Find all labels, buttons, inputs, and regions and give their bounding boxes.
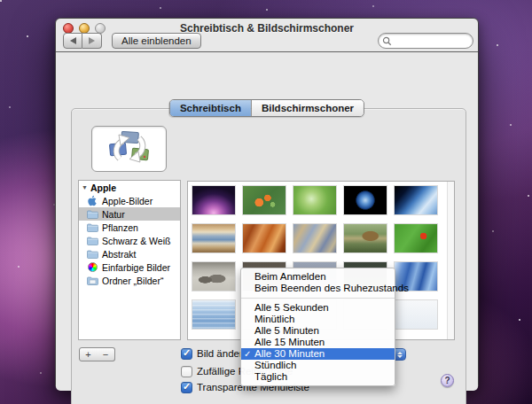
wallpaper-thumbnail-earth[interactable] — [344, 186, 387, 214]
menu-item-st-ndlich[interactable]: Stündlich — [241, 360, 395, 371]
folder-image-icon — [86, 276, 98, 285]
popup-menu: Beim AnmeldenBeim Beenden des Ruhezustan… — [240, 268, 395, 386]
menu-item-label: Beim Beenden des Ruhezustands — [254, 283, 409, 293]
sidebar-item-apple-bilder[interactable]: Apple-Bilder — [79, 194, 180, 207]
forward-arrow-icon — [89, 37, 95, 44]
menu-item-label: Alle 30 Minuten — [254, 348, 325, 359]
menu-item-label: Alle 5 Minuten — [254, 325, 319, 336]
search-icon — [382, 36, 392, 46]
tab-schreibtisch[interactable]: Schreibtisch — [170, 100, 251, 116]
preview-well — [91, 126, 167, 172]
menu-item-alle-15-minuten[interactable]: Alle 15 Minuten — [241, 337, 395, 348]
tab-bildschirmschoner[interactable]: Bildschirmschoner — [251, 100, 364, 116]
sidebar-item-label: Ordner „Bilder“ — [102, 276, 163, 286]
checkbox-zuf-llige-reihenfolge[interactable] — [181, 366, 192, 377]
back-button[interactable] — [63, 33, 82, 49]
menu-item-label: Täglich — [254, 371, 287, 382]
sidebar-item-abstrakt[interactable]: Abstrakt — [79, 247, 180, 260]
popup-button-cap[interactable] — [394, 348, 406, 361]
scrollbar-track[interactable] — [447, 182, 454, 339]
window-content: SchreibtischBildschirmschoner — [56, 52, 478, 391]
sidebar-item-pflanzen[interactable]: Pflanzen — [79, 221, 180, 234]
checkmark-icon: ✓ — [244, 348, 251, 360]
sidebar-item-label: Pflanzen — [102, 222, 138, 233]
sidebar-item-label: Einfarbige Bilder — [102, 262, 170, 273]
folder-icon — [86, 236, 98, 245]
checkbox-bild-ndern-[interactable]: ✓ — [181, 348, 192, 360]
remove-button[interactable]: − — [97, 347, 115, 361]
menu-separator — [241, 294, 395, 302]
show-all-button[interactable]: Alle einblenden — [112, 33, 201, 49]
nav-buttons — [63, 33, 102, 49]
menu-item-beim-anmelden[interactable]: Beim Anmelden — [241, 271, 395, 283]
menu-item-alle-5-sekunden[interactable]: Alle 5 Sekunden — [241, 302, 395, 314]
sidebar-item-schwarz-wei-[interactable]: Schwarz & Weiß — [79, 234, 180, 247]
disclosure-triangle-icon: ▼ — [82, 184, 88, 190]
sidebar-item-label: Natur — [102, 209, 125, 220]
popup-arrow-up-icon — [397, 352, 403, 354]
menu-item-alle-30-minuten[interactable]: ✓Alle 30 Minuten — [241, 348, 395, 360]
sidebar-item-natur[interactable]: Natur — [79, 207, 180, 221]
wallpaper-thumbnail-water-reflection[interactable] — [192, 300, 235, 329]
sidebar-group-apple[interactable]: ▼ Apple — [79, 181, 180, 194]
popup-arrow-down-icon — [397, 355, 403, 358]
tab-bar: SchreibtischBildschirmschoner — [169, 99, 364, 117]
wallpaper-thumbnail-earth-closeup[interactable] — [395, 186, 437, 214]
menu-item-label: Minütlich — [254, 314, 294, 324]
wallpaper-thumbnail-zen-stones[interactable] — [192, 262, 235, 291]
sidebar-item-einfarbige-bilder[interactable]: Einfarbige Bilder — [79, 260, 180, 274]
wallpaper-thumbnail-cloud-abstract[interactable] — [293, 224, 336, 252]
wallpaper-thumbnail-beach-abstract[interactable] — [192, 224, 235, 252]
menu-item-t-glich[interactable]: Täglich — [241, 371, 395, 383]
forward-button[interactable] — [82, 33, 102, 49]
add-button[interactable]: + — [79, 347, 98, 361]
menu-item-label: Stündlich — [254, 360, 296, 370]
checkbox-transparente-men-leiste[interactable]: ✓ — [181, 382, 192, 393]
window-titlebar: Schreibtisch & Bildschirmschoner Alle ei… — [56, 19, 478, 52]
wallpaper-thumbnail-pale[interactable] — [395, 300, 437, 329]
wallpaper-thumbnail-aurora[interactable] — [192, 186, 235, 214]
sidebar-group-label: Apple — [90, 183, 116, 193]
search-input[interactable] — [392, 35, 463, 47]
help-button[interactable]: ? — [441, 374, 454, 387]
folder-icon — [86, 222, 98, 232]
search-field[interactable] — [378, 33, 473, 49]
menu-item-label: Alle 15 Minuten — [254, 337, 325, 347]
folder-icon — [86, 209, 98, 219]
menu-item-min-tlich[interactable]: Minütlich — [241, 314, 395, 325]
wallpaper-thumbnail-fern-curl[interactable] — [293, 186, 336, 214]
folder-icon — [86, 249, 98, 259]
back-arrow-icon — [70, 37, 76, 44]
source-list: ▼ Apple Apple-BilderNaturPflanzenSchwarz… — [78, 180, 181, 340]
sidebar-item-label: Apple-Bilder — [102, 196, 153, 206]
checkmark-icon: ✓ — [183, 382, 191, 391]
sidebar-item-ordner-bilder-[interactable]: Ordner „Bilder“ — [79, 274, 180, 287]
wallpaper-thumbnail-clownfish[interactable] — [243, 186, 286, 214]
wallpaper-thumbnail-japanese-garden[interactable] — [344, 224, 387, 252]
sidebar-item-label: Schwarz & Weiß — [102, 236, 170, 246]
checkmark-icon: ✓ — [183, 348, 191, 357]
cycle-images-icon — [109, 131, 150, 167]
color-wheel-icon — [86, 262, 98, 272]
wallpaper-thumbnail-canyon[interactable] — [243, 224, 286, 252]
menu-item-beim-beenden-des-ruhezustands[interactable]: Beim Beenden des Ruhezustands — [241, 283, 395, 294]
desktop-background: Schreibtisch & Bildschirmschoner Alle ei… — [0, 0, 532, 404]
apple-logo-icon — [86, 196, 98, 206]
sidebar-item-label: Abstrakt — [102, 249, 137, 260]
desktop-stars — [0, 0, 2, 2]
wallpaper-thumbnail-ladybug[interactable] — [395, 224, 437, 252]
preferences-window: Schreibtisch & Bildschirmschoner Alle ei… — [55, 18, 479, 390]
menu-item-alle-5-minuten[interactable]: Alle 5 Minuten — [241, 325, 395, 337]
menu-item-label: Beim Anmelden — [254, 271, 326, 282]
menu-item-label: Alle 5 Sekunden — [254, 302, 329, 313]
